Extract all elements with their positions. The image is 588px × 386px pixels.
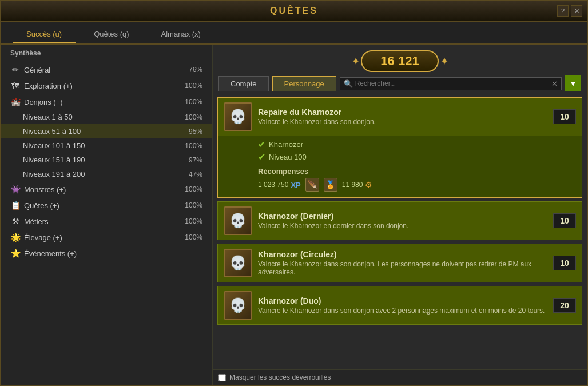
achievement-card-kharnozor-circulez[interactable]: 💀 Kharnozor (Circulez) Vaincre le Kharno…: [217, 244, 582, 282]
score-box: 16 121: [361, 50, 438, 72]
search-input[interactable]: [355, 79, 549, 87]
tab-quetes[interactable]: Quêtes (q): [80, 26, 142, 43]
sidebar-item-pct: 76%: [180, 66, 202, 74]
xp-amount: 1 023 750: [258, 181, 288, 189]
sidebar-subitem-pct: 95%: [189, 128, 202, 136]
trophy-icon: 🏅: [324, 178, 337, 192]
score-value: 16 121: [380, 54, 419, 68]
xp-label: XP: [291, 181, 300, 189]
check-item: ✔ Niveau 100: [258, 152, 574, 162]
filter-personnage-button[interactable]: Personnage: [272, 76, 336, 91]
sidebar-item-label: Métiers: [24, 217, 180, 226]
help-button[interactable]: ?: [557, 5, 569, 17]
bottom-bar: Masquer les succès déverrouillés: [213, 369, 587, 385]
sidebar-item-pct: 100%: [180, 233, 202, 241]
sidebar-item-quetes[interactable]: 📋 Quêtes (+) 100%: [1, 197, 212, 213]
window-title: QUÊTES: [270, 6, 318, 16]
tab-almanax[interactable]: Almanax (x): [148, 26, 214, 43]
sidebar-item-label: Événements (+): [24, 249, 180, 258]
achievement-card-header: 💀 Kharnozor (Dernier) Vaincre le Kharnoz…: [218, 202, 582, 240]
tabs-row: Succès (u) Quêtes (q) Almanax (x): [1, 22, 587, 45]
craft-icon: ⚒: [10, 216, 21, 226]
score-banner: 16 121: [213, 45, 587, 75]
sidebar: Synthèse ✏ Général 76% 🗺 Exploration (+)…: [1, 45, 213, 385]
sidebar-subitem-niv191-200[interactable]: Niveaux 191 à 200 47%: [1, 167, 212, 181]
sidebar-subitem-pct: 100%: [185, 113, 202, 121]
sidebar-item-pct: 100%: [180, 217, 202, 225]
breeding-icon: 🌟: [10, 232, 21, 242]
achievement-card-kharnozor-dernier[interactable]: 💀 Kharnozor (Dernier) Vaincre le Kharnoz…: [217, 201, 582, 240]
main-layout: Synthèse ✏ Général 76% 🗺 Exploration (+)…: [1, 45, 587, 385]
achievement-card-kharnozor-duo[interactable]: 💀 Kharnozor (Duo) Vaincre le Kharnozor d…: [217, 286, 582, 325]
tab-succes[interactable]: Succès (u): [13, 26, 76, 43]
sidebar-item-general[interactable]: ✏ Général 76%: [1, 62, 212, 78]
search-icon: 🔍: [344, 79, 353, 88]
filter-compte-button[interactable]: Compte: [218, 76, 269, 91]
check-label: Kharnozor: [269, 140, 303, 149]
events-icon: ⭐: [10, 248, 21, 258]
close-button[interactable]: ✕: [571, 5, 582, 17]
sidebar-item-metiers[interactable]: ⚒ Métiers 100%: [1, 213, 212, 229]
rewards-section: Récompenses 1 023 750 XP 🪶 🏅 11 980: [258, 167, 574, 192]
sidebar-item-pct: 100%: [180, 82, 202, 90]
main-window: QUÊTES ? ✕ Succès (u) Quêtes (q) Almanax…: [0, 0, 588, 386]
sidebar-subitem-label: Niveaux 191 à 200: [23, 170, 189, 178]
clear-search-icon[interactable]: ✕: [551, 79, 558, 88]
rewards-row: 1 023 750 XP 🪶 🏅 11 980 ⚙: [258, 178, 574, 192]
sidebar-subitem-niv51-100[interactable]: Niveaux 51 à 100 95%: [1, 124, 212, 138]
sidebar-item-label: Général: [24, 66, 180, 74]
sidebar-subitem-niv101-150[interactable]: Niveaux 101 à 150 100%: [1, 138, 212, 153]
kamas-amount: 11 980: [342, 181, 363, 189]
achievement-info: Repaire du Kharnozor Vaincre le Kharnozo…: [258, 108, 547, 126]
filter-toggle-button[interactable]: ▼: [565, 75, 581, 91]
search-wrap: 🔍 ✕: [340, 77, 562, 90]
achievement-details: ✔ Kharnozor ✔ Niveau 100 Récompenses 1 0…: [218, 136, 582, 197]
achievement-desc: Vaincre le Kharnozor en dernier dans son…: [258, 222, 547, 230]
filter-row: Compte Personnage 🔍 ✕ ▼: [213, 75, 587, 95]
check-item: ✔ Kharnozor: [258, 139, 574, 150]
sidebar-subitem-niv151-190[interactable]: Niveaux 151 à 190 97%: [1, 153, 212, 167]
achievement-info: Kharnozor (Circulez) Vaincre le Kharnozo…: [258, 250, 547, 276]
sidebar-item-elevage[interactable]: 🌟 Élevage (+) 100%: [1, 229, 212, 245]
sidebar-item-monstres[interactable]: 👾 Monstres (+) 100%: [1, 181, 212, 197]
achievement-points: 10: [553, 109, 576, 124]
achievement-icon: 💀: [224, 291, 252, 320]
map-icon: 🗺: [10, 81, 21, 91]
right-panel: 16 121 Compte Personnage 🔍 ✕ ▼: [213, 45, 587, 385]
kamas-reward: 11 980 ⚙: [342, 180, 373, 189]
sidebar-subitem-label: Niveaux 51 à 100: [23, 127, 189, 136]
dungeon-icon: 🏰: [10, 97, 21, 107]
achievement-info: Kharnozor (Dernier) Vaincre le Kharnozor…: [258, 212, 547, 230]
xp-reward: 1 023 750 XP: [258, 181, 301, 189]
sidebar-item-pct: 100%: [180, 201, 202, 209]
sidebar-item-label: Quêtes (+): [24, 201, 180, 210]
sidebar-item-evenements[interactable]: ⭐ Événements (+): [1, 245, 212, 261]
achievement-desc: Vaincre le Kharnozor dans son donjon ave…: [258, 307, 547, 315]
achievement-card-header: 💀 Repaire du Kharnozor Vaincre le Kharno…: [218, 98, 582, 136]
sidebar-item-label: Élevage (+): [24, 233, 180, 242]
sidebar-subitem-niv1-50[interactable]: Niveaux 1 à 50 100%: [1, 110, 212, 124]
title-bar: QUÊTES ? ✕: [1, 1, 587, 22]
check-label: Niveau 100: [269, 153, 307, 161]
sidebar-item-pct: 100%: [180, 185, 202, 193]
achievement-icon: 💀: [224, 102, 252, 131]
achievement-card-header: 💀 Kharnozor (Circulez) Vaincre le Kharno…: [218, 244, 582, 282]
sidebar-item-exploration[interactable]: 🗺 Exploration (+) 100%: [1, 78, 212, 94]
pencil-icon: ✏: [10, 65, 21, 75]
achievement-desc: Vaincre le Kharnozor dans son donjon.: [258, 118, 547, 126]
achievement-title: Repaire du Kharnozor: [258, 108, 547, 117]
hide-unlocked-label[interactable]: Masquer les succès déverrouillés: [229, 373, 331, 381]
achievement-title: Kharnozor (Circulez): [258, 250, 547, 259]
kamas-icon: ⚙: [365, 180, 372, 189]
feather-icon: 🪶: [305, 178, 319, 192]
checkmark-icon: ✔: [258, 139, 265, 150]
sidebar-item-label: Exploration (+): [24, 82, 180, 90]
quest-icon: 📋: [10, 200, 21, 210]
sidebar-item-donjons[interactable]: 🏰 Donjons (+) 100%: [1, 94, 212, 110]
achievement-points: 10: [553, 213, 576, 228]
achievement-icon: 💀: [224, 206, 252, 235]
achievement-icon: 💀: [224, 249, 252, 277]
sidebar-item-pct: 100%: [180, 98, 202, 106]
hide-unlocked-checkbox[interactable]: [218, 374, 226, 381]
achievement-card-repaire[interactable]: 💀 Repaire du Kharnozor Vaincre le Kharno…: [217, 97, 582, 198]
